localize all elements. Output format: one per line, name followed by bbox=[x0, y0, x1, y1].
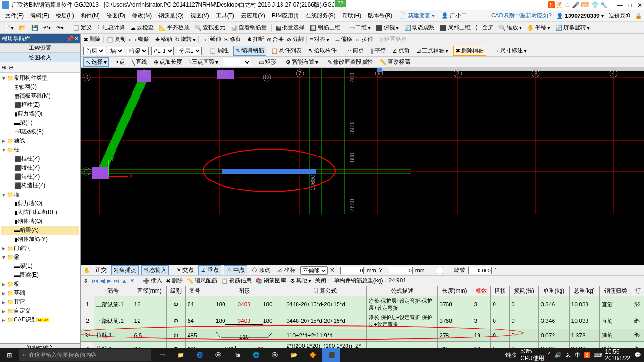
batch-select-button[interactable]: ▦ 批量选择 bbox=[274, 23, 306, 33]
type-select[interactable]: 暗梁 bbox=[127, 47, 149, 55]
menu-floor[interactable]: 楼层(L) bbox=[52, 11, 77, 21]
tray-sogou-icon[interactable]: S bbox=[584, 352, 590, 358]
open-icon[interactable]: 📂 bbox=[17, 24, 28, 32]
table-row[interactable]: 1上部纵筋.112Φ6418034081803448-20+15*d-20+15… bbox=[81, 296, 644, 313]
notif-icon[interactable]: 💬 bbox=[634, 352, 641, 358]
next-icon[interactable]: ▶ bbox=[107, 277, 111, 284]
col-x[interactable]: 打 bbox=[632, 286, 644, 296]
tree-cad[interactable]: ▸📁 CAD识别 NEW bbox=[1, 315, 79, 324]
col-cat[interactable]: 钢筋归类 bbox=[600, 286, 632, 296]
tree-framecol[interactable]: ⬛ 框柱(Z) bbox=[1, 100, 79, 109]
edge-icon[interactable]: ⓔ bbox=[209, 348, 227, 362]
menu-rebar[interactable]: 钢筋量(Q) bbox=[155, 11, 187, 21]
col-fig[interactable]: 图号 bbox=[185, 286, 204, 296]
menu-draw[interactable]: 绘图(D) bbox=[103, 11, 129, 21]
tree-beam-ring[interactable]: ▬ 圈梁(E) bbox=[1, 271, 79, 280]
rot-input[interactable] bbox=[468, 267, 492, 274]
ime-emoji-icon[interactable]: ☺ bbox=[564, 1, 570, 8]
mid-toggle[interactable]: △ 中点 bbox=[224, 265, 247, 275]
col-lap[interactable]: 搭接 bbox=[491, 286, 510, 296]
other-button[interactable]: ⚙ 其他 ▾ bbox=[290, 277, 311, 285]
tree-slab[interactable]: ▭ 现浇板(B) bbox=[1, 127, 79, 136]
fullscreen-button[interactable]: ⛶ 全屏 bbox=[474, 23, 495, 33]
browser-icon[interactable]: 🌐 bbox=[247, 348, 265, 362]
undo-icon[interactable]: ↶▾ bbox=[41, 24, 53, 32]
col-dia[interactable]: 直径(mm) bbox=[132, 286, 166, 296]
ime-tool-icon[interactable]: 🔧 bbox=[600, 1, 608, 8]
tree-slab-group[interactable]: ▸📁 板 bbox=[1, 280, 79, 288]
tree-col-frame[interactable]: ⬛ 框柱(Z) bbox=[1, 154, 79, 163]
pin-icon[interactable]: 📌 × bbox=[66, 35, 78, 42]
col-desc[interactable]: 公式描述 bbox=[367, 286, 438, 296]
parallel-button[interactable]: ∥ 平行 bbox=[369, 46, 388, 55]
tree-door[interactable]: ▸📁 门窗洞 bbox=[1, 244, 79, 253]
menu-tool[interactable]: 工具(T) bbox=[213, 11, 238, 21]
link-label[interactable]: 链接 bbox=[505, 351, 517, 359]
add-len-button[interactable]: ⊕ 点加长度 bbox=[152, 58, 184, 66]
attr-button[interactable]: 📋 属性 bbox=[207, 46, 231, 55]
two-point-button[interactable]: ⋯ 两点 bbox=[344, 46, 366, 55]
break-button[interactable]: ✱ 打断 bbox=[247, 35, 264, 43]
menu-version[interactable]: 版本号(B) bbox=[364, 11, 396, 21]
dot-angle-button[interactable]: ∠ 点角 bbox=[390, 46, 412, 55]
close-button[interactable]: ✕ bbox=[637, 2, 642, 8]
ime-mic-icon[interactable]: 🎤 bbox=[572, 1, 579, 8]
tree-axis[interactable]: ▸📁 轴线 bbox=[1, 136, 79, 145]
component-tree[interactable]: ▾📁 常用构件类型 ⊞ 轴网(J) ▦ 筏板基础(M) ⬛ 框柱(Z) ▮ 剪力… bbox=[0, 73, 80, 343]
col-tw[interactable]: 总重(kg) bbox=[569, 286, 600, 296]
pan-button[interactable]: ✋ 平移 ▾ bbox=[525, 23, 552, 33]
menu-bim[interactable]: BIM应用(I) bbox=[269, 11, 302, 21]
tree-grid[interactable]: ⊞ 轴网(J) bbox=[1, 82, 79, 91]
tree-shearwall[interactable]: ▮ 剪力墙(Q) bbox=[1, 109, 79, 118]
cad-link[interactable]: CAD识别中重新对应如? bbox=[491, 12, 552, 20]
ime-lang[interactable]: 英 bbox=[556, 1, 562, 9]
ie-icon[interactable]: ⓔ bbox=[266, 348, 284, 362]
offset-button[interactable]: ⇉ 偏移 bbox=[335, 35, 352, 43]
menu-online[interactable]: 在线服务(S) bbox=[302, 11, 339, 21]
clock[interactable]: 10:562018/1/22 bbox=[605, 348, 630, 362]
tree-custom[interactable]: ▸📁 自定义 bbox=[1, 306, 79, 315]
stretch-button[interactable]: ↔ 拉伸 bbox=[355, 35, 373, 43]
level-button[interactable]: 📏 查改标高 bbox=[378, 58, 412, 66]
dim-button[interactable]: ↔ 尺寸标注 ▾ bbox=[492, 46, 528, 55]
col-name[interactable]: 筋号 bbox=[94, 286, 132, 296]
menu-help[interactable]: 帮助(H) bbox=[339, 11, 365, 21]
split-button[interactable]: ⊘ 分割 bbox=[287, 35, 304, 43]
modify-seg-button[interactable]: ✎ 修改暗梁段属性 bbox=[326, 58, 375, 66]
explorer-icon[interactable]: 📂 bbox=[285, 348, 303, 362]
drawing-canvas[interactable]: D 5 6 D 7 8 2 3 4 C 400 3920 800 13600 2… bbox=[81, 68, 644, 265]
task-view-icon[interactable]: ▭ bbox=[153, 348, 171, 362]
close-table-button[interactable]: 关闭 bbox=[315, 277, 326, 285]
tree-common[interactable]: ▾📁 常用构件类型 bbox=[1, 74, 79, 82]
tree-foundation[interactable]: ▸📁 基础 bbox=[1, 288, 79, 297]
floor-select[interactable]: 首层 bbox=[83, 47, 105, 55]
extend-button[interactable]: →| 延伸 bbox=[202, 35, 221, 43]
flat-button[interactable]: 📐 平齐板顶 bbox=[157, 23, 191, 33]
rebar-3d-button[interactable]: 🔲 钢筋三维 bbox=[308, 23, 342, 33]
insert-button[interactable]: ➕ 插入 bbox=[143, 277, 162, 285]
three-point-button[interactable]: ⊿ 三点辅轴 ▾ bbox=[414, 46, 450, 55]
new-icon[interactable]: 📄▾ bbox=[2, 24, 16, 32]
tree-beam-group[interactable]: ▾📁 梁 bbox=[1, 253, 79, 262]
find-button[interactable]: 🔍 查找图元 bbox=[193, 23, 227, 33]
col-len[interactable]: 长度(mm) bbox=[438, 286, 472, 296]
rotate-checkbox[interactable] bbox=[428, 267, 451, 274]
folder-icon[interactable]: 📁 bbox=[172, 348, 190, 362]
user-label[interactable]: 👤 广小二 bbox=[438, 11, 470, 21]
save-icon[interactable]: 💾 bbox=[29, 24, 40, 32]
trim-button[interactable]: ✂ 修剪 bbox=[224, 35, 241, 43]
tree-col-hidden[interactable]: ⬛ 暗柱(Z) bbox=[1, 163, 79, 172]
component-select[interactable]: AL-1 bbox=[151, 47, 174, 55]
tree-expand-icon[interactable]: ⊕ bbox=[2, 64, 7, 71]
col-loss[interactable]: 损耗(%) bbox=[509, 286, 538, 296]
scale-button[interactable]: 📏 缩尺配筋 bbox=[187, 277, 217, 285]
nav-down-icon[interactable]: ▼ bbox=[129, 277, 135, 284]
prev-icon[interactable]: ◀ bbox=[100, 277, 105, 284]
new-change-button[interactable]: 📄 新建变更 ▾ bbox=[396, 11, 438, 21]
dynamic-view-button[interactable]: 🔄 动态观察 bbox=[402, 23, 437, 33]
app1-icon[interactable]: 🌀 bbox=[190, 348, 208, 362]
edit-rebar-button[interactable]: ✎ 编辑钢筋 bbox=[233, 46, 266, 56]
tray-up-icon[interactable]: ˄ bbox=[548, 352, 551, 358]
table-row[interactable]: 3*拉筋.16.5Φ485110110+2*d+2*11.9*d27819000… bbox=[81, 329, 644, 342]
sum-button[interactable]: Σ 汇总计算 bbox=[95, 23, 127, 33]
